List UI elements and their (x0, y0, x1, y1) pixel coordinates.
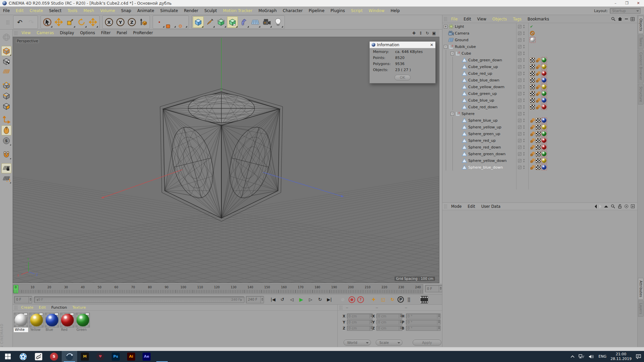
material-menu-create[interactable]: Create (18, 305, 36, 310)
layer-square-icon[interactable] (518, 92, 522, 96)
texture-tag-icon[interactable] (541, 118, 547, 123)
uvw-tag-icon[interactable] (536, 131, 541, 136)
key-rotation-button[interactable]: ↻ (388, 296, 397, 304)
spline-pen-button[interactable] (204, 16, 215, 28)
lock-y-button[interactable]: Y (115, 16, 126, 28)
visibility-dots-icon[interactable] (523, 45, 525, 48)
taskbar-cinema4d[interactable] (62, 351, 77, 362)
rotate-button[interactable] (76, 16, 87, 28)
information-dialog-titlebar[interactable]: Information ✕ (370, 42, 435, 48)
spinner-arrows-icon[interactable] (260, 296, 264, 303)
layer-square-icon[interactable] (518, 45, 522, 49)
object-menu-view[interactable]: View (474, 15, 489, 23)
material-yellow[interactable]: Yellow (29, 313, 44, 333)
lock-icon[interactable] (618, 204, 622, 208)
render-picture-viewer-button[interactable] (165, 16, 176, 28)
tree-row-sphere-yellow-down[interactable]: Sphere_yellow_down (442, 157, 637, 164)
primitive-cube-button[interactable] (193, 16, 204, 28)
menu-edit[interactable]: Edit (13, 7, 26, 15)
tree-row-sphere-blue-down[interactable]: Sphere_blue_down (442, 164, 637, 171)
attribute-menu-mode[interactable]: Mode (448, 202, 465, 210)
uvw-tag-icon[interactable] (530, 91, 535, 96)
uvw-tag-icon[interactable] (530, 64, 535, 69)
phong-tag-icon[interactable] (530, 131, 535, 136)
visibility-toggles[interactable] (518, 72, 525, 75)
uvw-tag-icon[interactable] (530, 98, 535, 103)
range-start-spinner[interactable]: 0 F (14, 296, 32, 303)
object-menu-edit[interactable]: Edit (461, 15, 474, 23)
timeline-window-icon[interactable] (421, 296, 428, 303)
visibility-toggles[interactable] (518, 38, 525, 42)
taskbar-substance-painter[interactable]: S (46, 351, 62, 362)
object-manager-grip[interactable] (444, 17, 447, 21)
menu-sculpt[interactable]: Sculpt (201, 7, 220, 15)
coord-value-field[interactable]: 0 ° (406, 319, 441, 325)
maximize-button[interactable]: ❒ (621, 0, 633, 6)
record-keyframe-button[interactable]: ● (348, 296, 355, 303)
menu-create[interactable]: Create (26, 7, 46, 15)
new-panel-icon[interactable] (631, 204, 635, 208)
visibility-toggles[interactable] (518, 105, 525, 109)
tab-layers[interactable]: Layers (638, 300, 644, 317)
spinner-arrows-icon[interactable] (29, 296, 32, 303)
snap-mode-button[interactable] (1, 149, 11, 160)
material-menu-texture[interactable]: Texture (70, 305, 89, 310)
deformer-bend-button[interactable] (238, 16, 249, 28)
apply-button[interactable]: Apply (413, 340, 441, 346)
layer-square-icon[interactable] (518, 72, 522, 75)
object-menu-file[interactable]: File (448, 15, 461, 23)
visibility-dots-icon[interactable] (523, 99, 525, 102)
tree-row-cube-green-down[interactable]: Cube_green_down (442, 57, 637, 63)
viewport-menu-prorender[interactable]: ProRender (130, 29, 156, 37)
texture-tag-icon[interactable] (541, 104, 547, 110)
tree-row-cube-yellow-dowm[interactable]: Cube_yellow_dowm (442, 83, 637, 90)
current-frame-spinner[interactable]: 0 F (425, 285, 442, 292)
layer-square-icon[interactable] (518, 152, 522, 156)
menu-file[interactable]: File (0, 7, 13, 15)
viewport-mouse-button[interactable] (1, 125, 11, 135)
tree-row-camera[interactable]: Camera (442, 30, 637, 37)
collapse-icon[interactable]: - (450, 52, 454, 55)
texture-tag-icon[interactable] (530, 37, 535, 43)
visibility-toggles[interactable] (518, 125, 525, 129)
viewport-menu-cameras[interactable]: Cameras (34, 29, 57, 37)
coord-value-field[interactable]: 0 cm (347, 319, 373, 325)
object-menu-objects[interactable]: Objects (489, 15, 510, 23)
tree-row-cube-red-up[interactable]: Cube_red_up (442, 70, 637, 77)
visibility-dots-icon[interactable] (523, 92, 525, 95)
workplane-rotate-button[interactable] (1, 174, 11, 184)
tree-row-sphere[interactable]: -0Sphere (442, 110, 637, 117)
workplane-mode-button[interactable] (1, 67, 11, 77)
phong-tag-icon[interactable] (530, 158, 535, 163)
tab-structure[interactable]: Structure (638, 84, 644, 105)
layer-square-icon[interactable] (518, 139, 522, 142)
layer-square-icon[interactable] (518, 159, 522, 163)
history-back-icon[interactable] (595, 204, 597, 208)
live-selection-button[interactable] (42, 16, 53, 28)
menu-character[interactable]: Character (280, 7, 306, 15)
coordinate-space-dropdown[interactable]: World (343, 340, 371, 346)
visibility-dots-icon[interactable] (523, 112, 525, 115)
notification-icon[interactable] (636, 354, 641, 359)
phong-tag-icon[interactable] (536, 91, 541, 96)
layout-icon[interactable] (631, 17, 635, 21)
close-button[interactable]: ✕ (633, 0, 644, 6)
layer-square-icon[interactable] (518, 132, 522, 136)
tree-row-cube-yellow-up[interactable]: Cube_yellow_up (442, 63, 637, 70)
find-icon[interactable] (611, 17, 615, 21)
taskbar-start[interactable] (0, 351, 15, 362)
taskbar-after-effects[interactable]: Ae (139, 351, 154, 362)
menu-volume[interactable]: Volume (97, 7, 118, 15)
environment-floor-button[interactable] (250, 16, 261, 28)
uvw-tag-icon[interactable] (536, 165, 541, 170)
layout-dropdown[interactable]: Startup (610, 8, 641, 14)
texture-tag-icon[interactable] (541, 77, 547, 83)
layer-square-icon[interactable] (518, 32, 522, 35)
visibility-toggles[interactable] (518, 65, 525, 69)
menu-snap[interactable]: Snap (118, 7, 134, 15)
tree-row-ground[interactable]: Ground (442, 37, 637, 43)
phong-tag-icon[interactable] (536, 105, 541, 110)
tree-row-sphere-green-down[interactable]: Sphere_green_down (442, 150, 637, 157)
phong-tag-icon[interactable] (530, 165, 535, 170)
visibility-toggles[interactable] (518, 139, 525, 142)
